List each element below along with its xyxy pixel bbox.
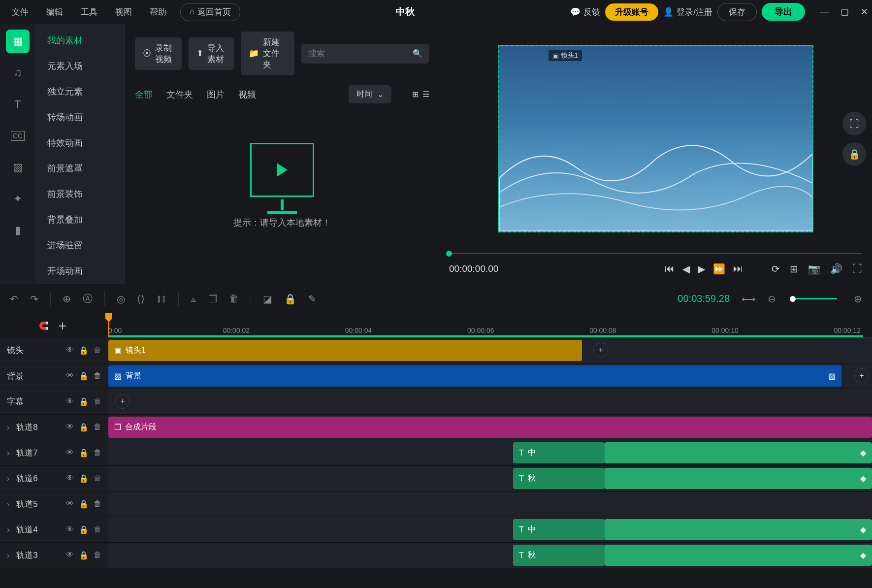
undo-button[interactable]: ↶	[10, 293, 18, 305]
lock-icon[interactable]: 🔒	[79, 423, 89, 432]
crop-button[interactable]: ⟁	[191, 293, 196, 304]
loop-button[interactable]: ⟳	[772, 263, 780, 275]
zoom-slider[interactable]	[793, 298, 837, 299]
chevron-right-icon[interactable]: ›	[7, 500, 9, 509]
preview-scrubber[interactable]	[449, 253, 862, 254]
clip-bg[interactable]: ▨ 背景 ▨	[108, 365, 841, 387]
filter-all[interactable]: 全部	[135, 89, 153, 100]
target-button[interactable]: ◎	[117, 293, 125, 305]
eye-icon[interactable]: 👁	[66, 551, 74, 560]
lock-icon[interactable]: 🔒	[79, 371, 89, 381]
chevron-right-icon[interactable]: ›	[7, 449, 9, 457]
trash-icon[interactable]: 🗑	[94, 474, 101, 483]
export-button[interactable]: 导出	[762, 3, 805, 21]
clip-extension[interactable]: ◆	[605, 468, 872, 489]
edit-button[interactable]: ✎	[308, 293, 317, 305]
cat-stay[interactable]: 进场驻留	[35, 232, 125, 258]
track-body[interactable]: ▣ 镜头1 +	[108, 338, 872, 363]
fit-button[interactable]: ⟷	[742, 293, 756, 305]
search-icon[interactable]: 🔍	[413, 49, 422, 58]
trash-icon[interactable]: 🗑	[94, 525, 101, 534]
add-clip-button[interactable]: +	[854, 368, 869, 383]
zoom-out-button[interactable]: ⊖	[768, 293, 776, 305]
track-body[interactable]: ▨ 背景 ▨ +	[108, 363, 872, 389]
cat-element[interactable]: 独立元素	[35, 79, 125, 104]
track-body[interactable]	[108, 491, 872, 517]
chevron-right-icon[interactable]: ›	[7, 474, 9, 483]
copy-button[interactable]: ❐	[208, 293, 217, 305]
menu-help[interactable]: 帮助	[142, 3, 174, 21]
lock-button[interactable]: 🔒	[842, 142, 866, 166]
add-clip-button[interactable]: +	[115, 394, 130, 409]
cat-effect[interactable]: 特效动画	[35, 130, 125, 156]
lock-icon[interactable]: 🔒	[79, 397, 89, 406]
next-frame-button[interactable]: ⏩	[713, 263, 725, 275]
prev-clip-button[interactable]: ⏮	[665, 263, 675, 275]
filter-folder[interactable]: 文件夹	[166, 89, 193, 100]
clip-extension[interactable]: ◆	[605, 519, 872, 540]
cat-transition[interactable]: 转场动画	[35, 104, 125, 130]
maximize-button[interactable]: ▢	[840, 6, 849, 17]
mask-button[interactable]: ◪	[263, 293, 272, 305]
menu-file[interactable]: 文件	[4, 3, 36, 21]
chevron-right-icon[interactable]: ›	[7, 525, 9, 534]
trash-icon[interactable]: 🗑	[94, 371, 101, 381]
search-input[interactable]	[308, 49, 413, 59]
filter-image[interactable]: 图片	[207, 89, 225, 100]
track-body[interactable]: T 中 ◆	[108, 517, 872, 542]
lock-icon[interactable]: 🔒	[79, 525, 89, 534]
delete-button[interactable]: 🗑	[229, 293, 239, 304]
redo-button[interactable]: ↷	[30, 293, 38, 305]
preview-canvas[interactable]: ▣ 镜头1	[498, 45, 813, 232]
playhead[interactable]	[108, 313, 109, 337]
clip-extension[interactable]: ◆	[605, 545, 872, 566]
rail-audio[interactable]: ♫	[6, 61, 30, 85]
clip-text[interactable]: T 秋	[513, 468, 605, 489]
track-body[interactable]: ❐ 合成片段	[108, 415, 872, 440]
lock-icon[interactable]: 🔒	[79, 551, 89, 560]
add-track-button[interactable]: ＋	[56, 316, 69, 335]
record-button[interactable]: ⦿ 录制视频	[135, 37, 182, 70]
lock-icon[interactable]: 🔒	[79, 499, 89, 509]
filter-video[interactable]: 视频	[238, 89, 256, 100]
eye-icon[interactable]: 👁	[66, 474, 74, 483]
zoom-in-button[interactable]: ⊕	[854, 293, 862, 305]
rail-pattern[interactable]: ▨	[6, 156, 30, 179]
trash-icon[interactable]: 🗑	[94, 448, 101, 457]
code-button[interactable]: ⟨⟩	[137, 293, 145, 305]
magnet-icon[interactable]: 🧲	[39, 321, 49, 330]
grid-view-button[interactable]: ⊞	[412, 90, 419, 99]
menu-view[interactable]: 视图	[107, 3, 140, 21]
lock-icon[interactable]: 🔒	[79, 474, 89, 483]
safe-zone-button[interactable]: ⛶	[842, 112, 866, 135]
import-button[interactable]: ⬆ 导入素材	[189, 37, 234, 70]
next-clip-button[interactable]: ⏭	[733, 263, 743, 275]
clip-text[interactable]: T 中	[513, 519, 605, 540]
cat-opening[interactable]: 开场动画	[35, 258, 125, 284]
clip-extension[interactable]: ◆	[605, 442, 872, 463]
grid-button[interactable]: ⊞	[790, 263, 798, 275]
track-body[interactable]: T 中 ◆	[108, 440, 872, 465]
ruler[interactable]: 0:00 00:00:02 00:00:04 00:00:06 00:00:08…	[108, 313, 872, 338]
cat-mask[interactable]: 前景遮罩	[35, 156, 125, 181]
sort-dropdown[interactable]: 时间 ⌄	[349, 85, 391, 103]
rail-caption[interactable]: CC	[6, 124, 30, 148]
search-box[interactable]: 🔍	[301, 44, 429, 64]
add-marker-button[interactable]: ⊕	[63, 293, 71, 305]
login-button[interactable]: 👤 登录/注册	[663, 6, 712, 18]
close-button[interactable]: ✕	[861, 6, 868, 17]
save-button[interactable]: 保存	[717, 3, 757, 21]
cat-overlay[interactable]: 背景叠加	[35, 207, 125, 232]
feedback-button[interactable]: 💬 反馈	[570, 6, 600, 18]
eye-icon[interactable]: 👁	[66, 423, 74, 432]
zoom-handle[interactable]	[790, 296, 796, 302]
upgrade-button[interactable]: 升级账号	[605, 3, 658, 21]
menu-tools[interactable]: 工具	[73, 3, 105, 21]
eye-icon[interactable]: 👁	[66, 499, 74, 509]
home-button[interactable]: ⌂ 返回首页	[180, 3, 240, 21]
eye-icon[interactable]: 👁	[66, 397, 74, 406]
chevron-right-icon[interactable]: ›	[7, 551, 9, 560]
cat-entrance[interactable]: 元素入场	[35, 53, 125, 79]
list-view-button[interactable]: ☰	[422, 90, 429, 99]
trash-icon[interactable]: 🗑	[94, 499, 101, 509]
